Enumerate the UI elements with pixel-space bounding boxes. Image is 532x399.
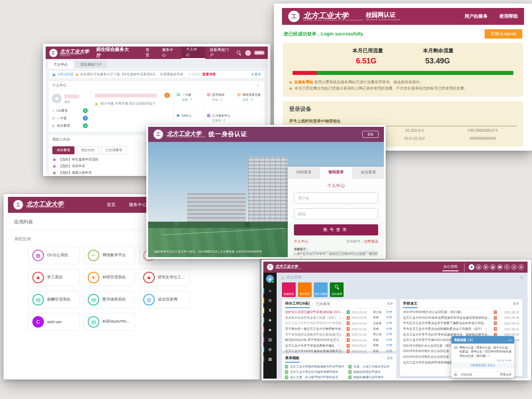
app-card[interactable]: ▤ 科研WebVPN访问 [84,313,135,331]
oa-sidebar-icon[interactable]: ♜ [263,305,277,315]
todo-handle-link[interactable]: 办理 [386,316,393,320]
oa-quick-tile[interactable]: 自定义群组 [314,282,328,297]
service-tile[interactable]: ▤ 一卡通 余额：0 [174,90,204,111]
notices-title[interactable]: 学校发文 [403,301,418,308]
minimize-icon[interactable]: — [508,338,512,342]
notice-row[interactable]: 中共北方工业大学委员会机构编制委员会工作规则（试行）（... 2021-09-1… [403,326,519,332]
password-input[interactable] [294,208,378,219]
login-submit-button[interactable]: 账号登录 [294,224,378,235]
announcement-bar[interactable]: ▦ 9月23日起 各位师生可在服务大厅下载【学生返校申请表流程】，办理离返校手续… [48,70,265,78]
app-card[interactable]: ▥ 就业信息网 [139,291,190,309]
oa-sidebar-icon[interactable]: ◍ [263,344,277,354]
app-card[interactable]: ✏ 网络教学平台 [84,246,135,264]
username-input[interactable] [294,192,378,203]
todo-row[interactable]: 关于寒假期间使用教室申请的通知(教字[2020]17号) 2020-12-02 … [285,332,393,337]
oa-toolbar-icon[interactable]: ◍ [476,264,481,270]
netauth-link[interactable]: 用户自服务 [465,13,488,20]
logout-button[interactable]: 注销 (Logout) [485,29,522,39]
card-collapse-close[interactable]: ⌃ ✕ [250,84,261,87]
app-card[interactable]: ▼ 科研管理系统 [84,269,135,286]
oa-toolbar-icon[interactable]: ⚙ [518,264,524,270]
todo-row[interactable]: 某类教学实验室安全准入制度（试行）（教字[2021]7号） 2021-03-15… [285,315,393,321]
message-row[interactable]: ▣ 校内书展 本周开展 历次活动安排如下 [95,102,170,106]
form-template-item[interactable]: 进人大厦、办公楼节假日申请审批单 [285,375,344,380]
activate-link[interactable]: 立即激活 [364,239,378,243]
view-all-link[interactable]: 查看全部 [500,373,512,377]
portal-tab[interactable]: 个人中心 [48,61,73,68]
login-tab[interactable]: 扫码登录 [288,167,320,179]
oa-toolbar-icon[interactable]: ▣ [490,264,496,270]
app-card[interactable]: C web-vpn [28,313,79,331]
oa-toolbar-icon[interactable] [469,264,474,270]
oa-toolbar-icon[interactable]: ↻ [504,264,510,270]
netauth-link[interactable]: 使用帮助 [499,13,518,20]
todo-handle-link[interactable]: 办理 [386,344,393,348]
todo-row[interactable]: 北方工业大学关于组织申报2021年校级教学改革课题及教... 2021-03-0… [285,321,393,326]
form-template-item[interactable]: 北方工业大学会议与服务保障申请单 [285,369,344,375]
app-card[interactable]: ▤ 薪酬管理系统 [28,291,79,309]
applist-nav-item[interactable]: 服务中心 [129,202,147,208]
oa-sidebar-icon[interactable]: ☻ [263,315,277,325]
login-tab[interactable]: 密码登录 [320,167,352,179]
service-tile[interactable]: ▨ 网络流量信息 已用：0 [235,90,265,111]
app-card[interactable]: ▤ 图书借阅系统 [84,291,135,309]
oa-sidebar-icon[interactable]: ▤ [263,335,277,344]
portal-nav-item[interactable]: 迎新离校门户 [205,47,237,59]
oa-quick-tile[interactable]: 发文管理 [298,282,312,297]
oa-sidebar-icon[interactable]: ☻ [263,325,277,335]
notice-row[interactable]: 北方工业大学2021年推荐优秀应届本科毕业生免试攻读研究生... 2021-09… [403,315,519,321]
todo-handle-link[interactable]: 办理 [386,338,393,342]
notices-more-link[interactable]: 更多 [513,301,519,306]
unread-count-bar[interactable]: 1条系统消息 未读 ▴ [451,363,514,368]
app-card[interactable]: ▦ OA办公系统 [28,246,79,264]
notice-row[interactable]: 2021年9月6日校长办公会议纪要（第21期） 2021-09-22 [403,309,519,315]
form-template-item[interactable]: 北京高校党组织生活全程纪实报告申请单 [348,380,407,380]
chat-history-link[interactable]: 对话记录 [461,373,472,377]
workbench-tab[interactable]: 待办事项 [52,146,74,154]
login-tab[interactable]: 短信登录 [352,167,384,179]
service-tile[interactable]: ▥ 图书借阅 在借：2 [204,90,234,111]
oa-toolbar-icon[interactable]: ✉ [511,264,517,270]
workbench-tab[interactable]: 我发出的 [77,146,99,154]
gear-icon[interactable]: ⚙ [454,373,457,377]
form-template-item[interactable]: 北方工业大学校内新媒体账号开设申请单 [285,364,344,369]
oa-sidebar-icon[interactable]: A [263,286,277,296]
todo-handle-link[interactable]: 办理 [386,349,393,353]
oa-sidebar-icon[interactable]: ⚙ [263,296,277,305]
todo-row[interactable]: 关于举办第一届北方工业大学教师教学创新大赛的通知（教... 2020-12-22… [285,326,393,332]
forms-title[interactable]: 表单模板 [285,356,300,363]
app-card[interactable]: ☻ 研究生学位工作平台 [139,269,190,286]
sent-items-tab[interactable]: 已发事项 [316,301,330,306]
oa-quick-tile[interactable]: 综合查询 [330,282,344,297]
applist-nav-item[interactable]: 首页 [107,202,116,208]
app-card[interactable]: ☻ 学工系统 [28,269,79,286]
todo-more-link[interactable]: 更多 [387,301,393,306]
personal-center-link[interactable]: 个人中心 [294,239,308,244]
oa-sidebar-icon[interactable]: ▦ [263,354,277,364]
portal-nav-item[interactable]: 服务中心 [158,47,182,59]
oa-toolbar-icon[interactable]: ☎ [497,264,503,270]
quick-list-item[interactable]: ▣ 待办事项 0 [52,122,88,129]
avatar[interactable] [245,50,251,56]
todo-row[interactable]: 临时党支部成立建议申请表(测试版 2021-03-16 10:41) 2021-… [285,309,393,315]
search-icon[interactable] [237,51,242,55]
portal-nav-item[interactable]: 首页 [141,47,158,59]
language-toggle-button[interactable]: EN [362,131,379,138]
portal-tab[interactable]: 迎新离校门户 [75,61,107,68]
form-template-item[interactable]: 专递、公函订单收发登记单 [348,364,407,369]
oa-quick-tile[interactable]: 新建事宜 [282,282,296,297]
notice-row[interactable]: 中共北方工业大学委员会关于调整下属委员会和专项工作组... 2021-09-13 [403,321,519,326]
todo-handle-link[interactable]: 办理 [386,327,393,331]
quick-list-item[interactable]: ◎ OA事务 0 [52,107,88,114]
oa-avatar[interactable]: ☻ [266,275,274,283]
workspace-tab[interactable]: 办公空间 [442,263,458,271]
quick-list-item[interactable]: ▤ 一卡通 0 [52,114,88,122]
form-template-item[interactable]: 校园车辆通行证申请单 [348,375,407,380]
todo-title[interactable]: 待办工作(16条) [285,301,310,308]
todo-row[interactable]: 教字[2020]13号-关于评选2020年北方工业大学教学名师、青... 202… [285,337,393,343]
form-template-item[interactable]: 校园临时用车申请单 [348,369,407,375]
portal-nav-item[interactable]: 个人中心 [181,47,205,59]
todo-row[interactable]: 北方工业大学2020年春风化雨展演教育活动通知（延期（202... 2020-0… [285,348,393,354]
todo-handle-link[interactable]: 办理 [386,332,393,336]
todo-row[interactable]: 北方工业大学关于评选优秀教学团队、“最美课堂”的... 2020-05-21 李… [285,343,393,349]
